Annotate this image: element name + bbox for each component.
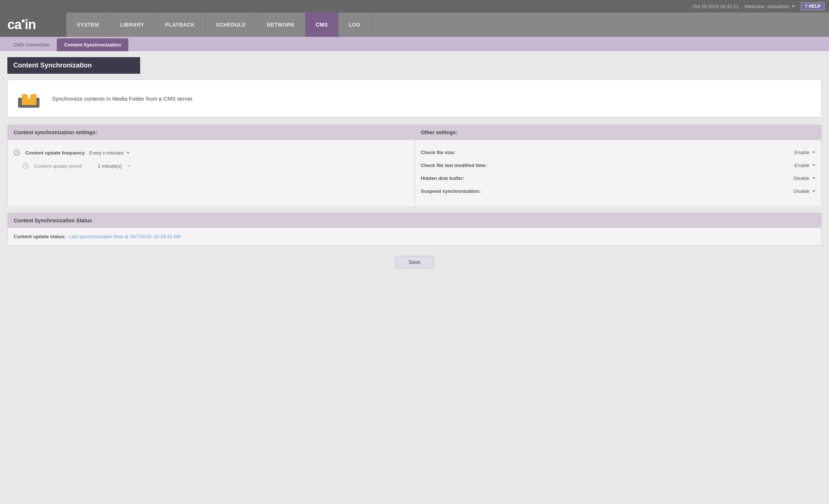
period-label: Content update period xyxy=(34,163,93,169)
status-value: Last synchronization time at 10/7/2019, … xyxy=(69,234,181,239)
clock-icon-period xyxy=(22,163,28,169)
welcome-dropdown-arrow[interactable] xyxy=(792,6,795,7)
page-content: Content Synchronization Synchronize cont… xyxy=(0,51,829,282)
hidden-disk-label: Hidden disk buffer: xyxy=(421,175,480,181)
nav-item-schedule[interactable]: SCHEDULE xyxy=(205,13,256,37)
suspend-sync-label: Suspend synchronization: xyxy=(421,188,481,194)
settings-container: Content synchronization settings: Conten… xyxy=(7,125,822,207)
frequency-dropdown-arrow[interactable] xyxy=(126,152,129,154)
check-modified-select[interactable]: Enable xyxy=(795,163,815,168)
help-button[interactable]: ? HELP xyxy=(801,2,825,10)
hiddendisk-dropdown-arrow[interactable] xyxy=(812,177,815,179)
period-row: Content update period 1 minute(s) ✏ xyxy=(22,159,409,173)
info-description: Synchronize contents in Media Folder fro… xyxy=(52,95,194,102)
nav-item-network[interactable]: NETWORK xyxy=(256,13,305,37)
page-title: Content Synchronization xyxy=(7,57,140,74)
welcome-message: Welcome, webadmin xyxy=(745,4,795,9)
settings-grid: Content synchronization settings: Conten… xyxy=(8,125,821,206)
status-row: Content update status: Last synchronizat… xyxy=(14,234,815,239)
sync-settings-section: Content synchronization settings: Conten… xyxy=(8,125,414,206)
suspend-dropdown-arrow[interactable] xyxy=(812,190,815,192)
check-filesize-select[interactable]: Enable xyxy=(795,150,815,155)
status-header: Content Synchronization Status xyxy=(8,213,821,228)
status-body: Content update status: Last synchronizat… xyxy=(8,228,821,245)
pencil-icon[interactable]: ✏ xyxy=(128,163,131,168)
main-header: cain SYSTEM LIBRARY PLAYBACK SCHEDULE NE… xyxy=(0,13,829,37)
subnav-cms-connection[interactable]: CMS Connection xyxy=(6,38,57,51)
nav-item-cms[interactable]: CMS xyxy=(305,13,339,37)
sync-settings-header: Content synchronization settings: xyxy=(8,125,414,140)
check-modified-label: Check file last modified time: xyxy=(421,163,487,168)
filesize-dropdown-arrow[interactable] xyxy=(812,152,815,153)
nav-item-system[interactable]: SYSTEM xyxy=(66,13,110,37)
frequency-label: Content update frequency xyxy=(25,150,85,156)
period-value: 1 minute(s) xyxy=(98,163,122,169)
datetime: Oct 29 2019 16:41:21 xyxy=(693,4,739,9)
logo-area: cain xyxy=(0,13,66,37)
top-bar: Oct 29 2019 16:41:21 Welcome, webadmin ?… xyxy=(0,0,829,13)
suspend-sync-select[interactable]: Disable xyxy=(794,188,815,194)
nav-item-playback[interactable]: PLAYBACK xyxy=(155,13,206,37)
info-box: Synchronize contents in Media Folder fro… xyxy=(7,80,822,117)
subnav-content-synchronization[interactable]: Content Synchronization xyxy=(57,38,128,51)
other-settings-header: Other settings: xyxy=(415,125,821,140)
check-filesize-row: Check file size: Enable xyxy=(421,146,815,159)
sync-icon xyxy=(15,87,45,110)
nav-item-log[interactable]: LOG xyxy=(339,13,371,37)
save-area: Save xyxy=(7,253,822,276)
save-button[interactable]: Save xyxy=(395,256,434,268)
suspend-sync-row: Suspend synchronization: Disable xyxy=(421,185,815,198)
modified-dropdown-arrow[interactable] xyxy=(812,164,815,166)
hidden-disk-row: Hidden disk buffer: Disable xyxy=(421,172,815,185)
clock-icon-frequency xyxy=(14,150,20,156)
frequency-select[interactable]: Every n minutes xyxy=(89,150,129,156)
status-label: Content update status: xyxy=(14,234,66,239)
other-settings-body: Check file size: Enable Check file last … xyxy=(415,140,821,206)
main-nav: SYSTEM LIBRARY PLAYBACK SCHEDULE NETWORK… xyxy=(66,13,829,37)
logo-dot xyxy=(22,20,25,22)
sub-nav: CMS Connection Content Synchronization xyxy=(0,37,829,51)
other-settings-section: Other settings: Check file size: Enable … xyxy=(414,125,821,206)
logo: cain xyxy=(7,17,36,32)
status-section: Content Synchronization Status Content u… xyxy=(7,213,822,246)
check-filesize-label: Check file size: xyxy=(421,150,480,155)
hidden-disk-select[interactable]: Disable xyxy=(794,175,815,181)
check-modified-row: Check file last modified time: Enable xyxy=(421,159,815,172)
frequency-row: Content update frequency Every n minutes xyxy=(14,146,409,159)
sync-settings-body: Content update frequency Every n minutes… xyxy=(8,140,414,206)
nav-item-library[interactable]: LIBRARY xyxy=(110,13,155,37)
